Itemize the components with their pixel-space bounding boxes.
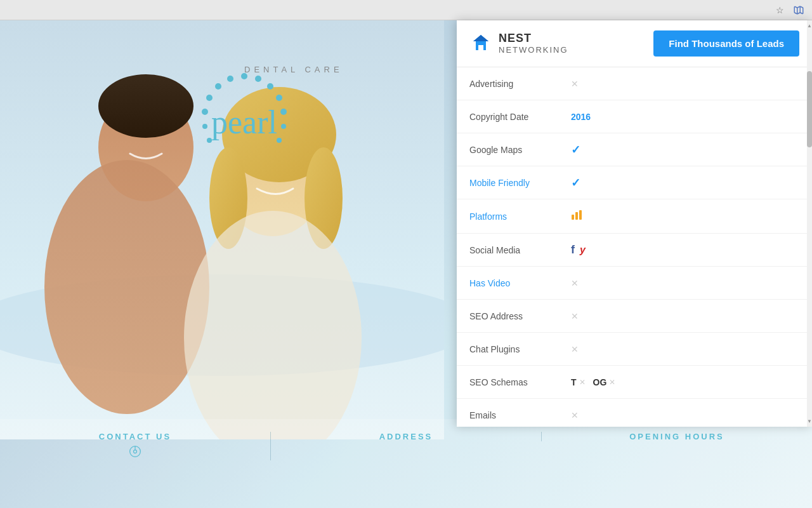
has-video-label: Has Video (469, 278, 571, 288)
emails-label: Emails (469, 410, 571, 420)
google-maps-label: Google Maps (469, 145, 571, 155)
seo-schemas-value: T ✕ OG ✕ (571, 377, 799, 387)
chat-plugins-value: ✕ (571, 344, 799, 354)
advertising-x-icon: ✕ (571, 79, 579, 89)
extension-logo: NEST NETWORKING (469, 32, 568, 55)
pearl-circle-logo: pearl (190, 65, 298, 173)
chat-plugins-label: Chat Plugins (469, 344, 571, 354)
svg-rect-31 (579, 210, 582, 220)
copyright-date-row: Copyright Date 2016 (457, 100, 812, 133)
find-leads-button[interactable]: Find Thousands of Leads (653, 30, 799, 57)
svg-point-15 (280, 109, 287, 115)
copyright-date-value: 2016 (571, 112, 799, 122)
scroll-up-arrow[interactable]: ▲ (807, 23, 812, 29)
platforms-value (571, 208, 799, 224)
schema-og-tag: OG ✕ (593, 377, 616, 387)
svg-point-18 (227, 76, 233, 82)
svg-point-17 (277, 138, 282, 143)
svg-point-12 (255, 76, 261, 82)
platforms-bar-icon (571, 208, 584, 224)
footer-contact: CONTACT US (0, 432, 271, 460)
extension-panel: NEST NETWORKING Find Thousands of Leads … (457, 20, 812, 427)
svg-point-26 (134, 450, 137, 453)
seo-address-x-icon: ✕ (571, 311, 579, 321)
platforms-label: Platforms (469, 211, 571, 222)
seo-address-label: SEO Address (469, 311, 571, 321)
svg-point-16 (281, 124, 286, 129)
svg-point-13 (267, 83, 273, 90)
footer-hours-title: OPENING HOURS (629, 432, 724, 441)
svg-point-19 (215, 83, 221, 90)
emails-value: ✕ (571, 410, 799, 420)
chat-plugins-row: Chat Plugins ✕ (457, 333, 812, 366)
schema-t-x: ✕ (579, 378, 586, 387)
google-maps-value: ✓ (571, 143, 799, 157)
svg-rect-30 (575, 212, 578, 220)
extension-header: NEST NETWORKING Find Thousands of Leads (457, 20, 812, 67)
platforms-row: Platforms (457, 199, 812, 234)
scroll-down-arrow[interactable]: ▼ (807, 418, 812, 424)
has-video-x-icon: ✕ (571, 278, 579, 288)
schema-t-letter: T (571, 377, 577, 387)
map-icon[interactable] (793, 4, 804, 16)
mobile-friendly-check-icon: ✓ (571, 176, 580, 190)
extension-data-content: Advertising ✕ Copyright Date 2016 Google… (457, 67, 812, 427)
advertising-value: ✕ (571, 79, 799, 89)
scrollbar[interactable]: ▲ ▼ (807, 20, 812, 427)
google-maps-row: Google Maps ✓ (457, 133, 812, 166)
extension-brand-text: NEST NETWORKING (499, 32, 568, 55)
star-icon[interactable]: ☆ (774, 4, 785, 16)
schema-og-x: ✕ (609, 378, 615, 387)
footer-contact-title: CONTACT US (99, 432, 171, 441)
emails-x-icon: ✕ (571, 410, 579, 420)
svg-point-21 (202, 109, 208, 115)
footer-hours: OPENING HOURS (542, 432, 812, 441)
social-media-value: f y (571, 243, 799, 257)
footer-address: ADDRESS (271, 432, 542, 441)
svg-point-14 (276, 95, 282, 101)
mobile-friendly-value: ✓ (571, 176, 799, 190)
svg-point-22 (202, 124, 207, 129)
seo-address-value: ✕ (571, 311, 799, 321)
svg-point-3 (98, 74, 193, 138)
social-media-row: Social Media f y (457, 234, 812, 267)
seo-schemas-label: SEO Schemas (469, 377, 571, 387)
mobile-friendly-label: Mobile Friendly (469, 178, 571, 188)
svg-point-20 (206, 95, 213, 101)
svg-rect-29 (572, 215, 574, 220)
chat-plugins-x-icon: ✕ (571, 344, 579, 354)
has-video-row: Has Video ✕ (457, 267, 812, 300)
pearl-logo: pearl DENTAL CARE (127, 46, 343, 74)
has-video-value: ✕ (571, 278, 799, 288)
browser-chrome: ☆ (0, 0, 812, 20)
yelp-icon: y (580, 244, 586, 256)
advertising-label: Advertising (469, 79, 571, 89)
svg-text:pearl: pearl (211, 104, 277, 140)
brand-name-networking: NETWORKING (499, 45, 568, 55)
svg-point-11 (241, 73, 247, 79)
mobile-friendly-row: Mobile Friendly ✓ (457, 166, 812, 199)
footer-address-title: ADDRESS (379, 432, 433, 441)
google-maps-check-icon: ✓ (571, 143, 580, 157)
nest-logo-icon (469, 32, 492, 55)
dental-footer: CONTACT US ADDRESS OPENING HOURS (0, 419, 812, 508)
schema-og-letter: OG (593, 377, 607, 387)
seo-address-row: SEO Address ✕ (457, 300, 812, 333)
emails-row: Emails ✕ (457, 399, 812, 427)
scrollbar-thumb[interactable] (807, 71, 812, 147)
copyright-date-label: Copyright Date (469, 112, 571, 122)
schema-t-tag: T ✕ (571, 377, 586, 387)
facebook-icon: f (571, 243, 575, 257)
svg-point-4 (44, 160, 209, 414)
brand-name-nest: NEST (499, 32, 568, 45)
advertising-row: Advertising ✕ (457, 67, 812, 100)
seo-schemas-row: SEO Schemas T ✕ OG ✕ (457, 366, 812, 399)
social-media-label: Social Media (469, 245, 571, 255)
